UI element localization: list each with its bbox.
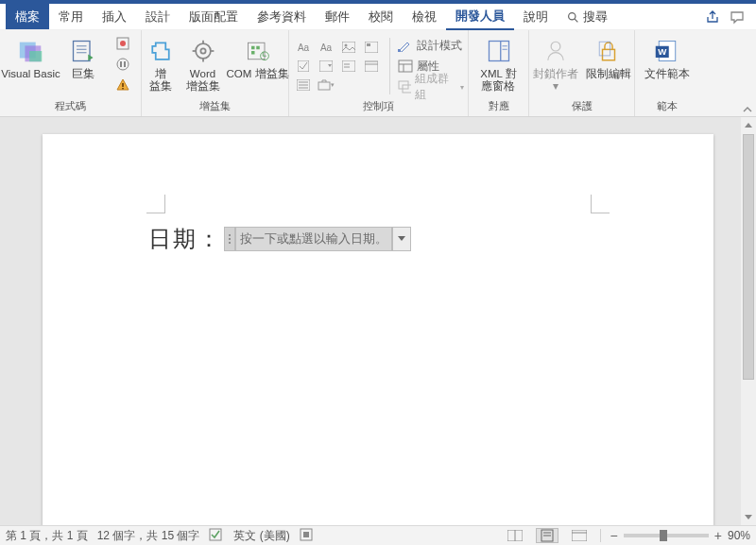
svg-point-12 bbox=[117, 59, 129, 70]
svg-rect-31 bbox=[367, 43, 370, 46]
group-label-protect: 保護 bbox=[533, 98, 630, 114]
group-controls-button[interactable]: 組成群組 ▾ bbox=[398, 77, 464, 96]
visual-basic-icon bbox=[17, 37, 45, 65]
zoom-slider-thumb[interactable] bbox=[660, 530, 667, 541]
zoom-out-button[interactable]: − bbox=[610, 528, 618, 543]
web-layout-icon bbox=[572, 530, 587, 541]
spell-check-status[interactable] bbox=[209, 528, 224, 544]
group-label-mapping: 對應 bbox=[472, 98, 524, 114]
pause-icon bbox=[115, 57, 130, 72]
page-number-status[interactable]: 第 1 頁，共 1 頁 bbox=[6, 528, 88, 544]
read-mode-view-button[interactable] bbox=[504, 528, 526, 543]
svg-rect-44 bbox=[398, 49, 401, 52]
picture-control-button[interactable] bbox=[338, 39, 359, 56]
svg-point-54 bbox=[551, 42, 560, 51]
document-template-button[interactable]: W 文件範本 bbox=[639, 34, 696, 80]
tab-view[interactable]: 檢視 bbox=[403, 4, 446, 29]
com-addins-button[interactable]: COM 增益集 bbox=[228, 34, 288, 80]
record-icon bbox=[115, 36, 130, 51]
vertical-scrollbar[interactable] bbox=[741, 117, 756, 525]
collapse-ribbon-button[interactable] bbox=[741, 103, 754, 116]
checkbox-control-button[interactable] bbox=[293, 58, 314, 75]
gallery-icon bbox=[365, 42, 378, 53]
tab-mailings[interactable]: 郵件 bbox=[316, 4, 359, 29]
rich-text-control-button[interactable]: Aa bbox=[293, 39, 314, 56]
zoom-slider[interactable] bbox=[624, 534, 709, 537]
document-canvas[interactable]: 日期： 按一下或點選以輸入日期。 bbox=[0, 117, 756, 525]
control-handle[interactable] bbox=[224, 227, 235, 251]
word-count-status[interactable]: 12 個字，共 15 個字 bbox=[97, 528, 200, 544]
svg-rect-34 bbox=[342, 60, 355, 72]
legacy-tools-button[interactable]: ▾ bbox=[316, 77, 336, 94]
block-authors-button[interactable]: 封鎖作者▾ bbox=[531, 34, 580, 93]
date-placeholder[interactable]: 按一下或點選以輸入日期。 bbox=[235, 227, 392, 251]
svg-rect-55 bbox=[602, 49, 614, 60]
record-macro-button[interactable] bbox=[110, 34, 136, 53]
macro-rec-status[interactable] bbox=[300, 528, 313, 544]
record-status-icon bbox=[300, 528, 313, 541]
plain-text-control-button[interactable]: Aa bbox=[316, 39, 336, 56]
language-status[interactable]: 英文 (美國) bbox=[233, 528, 289, 544]
addins-button[interactable]: 增 益集 bbox=[143, 34, 179, 93]
svg-rect-45 bbox=[399, 60, 412, 72]
restrict-editing-button[interactable]: 限制編輯 bbox=[584, 34, 633, 80]
svg-rect-30 bbox=[365, 42, 378, 53]
comments-button[interactable] bbox=[730, 9, 745, 25]
tab-file[interactable]: 檔案 bbox=[6, 4, 49, 29]
toolbox-icon bbox=[318, 79, 331, 91]
print-layout-view-button[interactable] bbox=[536, 528, 558, 543]
tab-developer[interactable]: 開發人員 bbox=[446, 3, 514, 30]
tab-design[interactable]: 設計 bbox=[136, 4, 180, 29]
pause-macro-button[interactable] bbox=[110, 55, 136, 74]
read-mode-icon bbox=[507, 530, 523, 541]
macro-security-button[interactable] bbox=[110, 76, 136, 94]
svg-rect-5 bbox=[73, 42, 90, 61]
zoom-level[interactable]: 90% bbox=[728, 529, 750, 542]
svg-rect-62 bbox=[303, 532, 309, 537]
date-picker-content-control[interactable]: 按一下或點選以輸入日期。 bbox=[224, 227, 411, 251]
date-picker-control-button[interactable] bbox=[361, 58, 382, 75]
zoom-in-button[interactable]: + bbox=[714, 528, 722, 543]
repeating-section-control-button[interactable] bbox=[293, 77, 314, 94]
tab-layout[interactable]: 版面配置 bbox=[180, 4, 248, 29]
scroll-thumb[interactable] bbox=[743, 134, 754, 380]
design-mode-button[interactable]: 設計模式 bbox=[398, 36, 464, 55]
svg-rect-14 bbox=[124, 61, 126, 67]
xml-mapping-pane-button[interactable]: XML 對 應窗格 bbox=[472, 34, 525, 93]
svg-text:W: W bbox=[658, 46, 667, 57]
tab-insert[interactable]: 插入 bbox=[93, 4, 136, 29]
tab-home[interactable]: 常用 bbox=[49, 4, 93, 29]
macros-button[interactable]: 巨集 bbox=[62, 34, 104, 80]
svg-rect-50 bbox=[489, 42, 508, 61]
dropdown-control-button[interactable] bbox=[338, 58, 359, 75]
svg-rect-32 bbox=[298, 60, 309, 72]
group-label-templates: 範本 bbox=[639, 98, 696, 114]
visual-basic-button[interactable]: Visual Basic bbox=[4, 34, 59, 80]
svg-point-11 bbox=[120, 41, 126, 46]
tab-review[interactable]: 校閱 bbox=[359, 4, 403, 29]
svg-rect-4 bbox=[29, 51, 42, 61]
svg-rect-33 bbox=[319, 60, 333, 72]
web-layout-view-button[interactable] bbox=[568, 528, 591, 543]
date-dropdown-button[interactable] bbox=[392, 227, 411, 251]
checkbox-icon bbox=[298, 60, 309, 72]
word-addins-button[interactable]: Word 增益集 bbox=[182, 34, 224, 93]
design-mode-icon bbox=[398, 39, 413, 52]
combobox-control-button[interactable] bbox=[316, 58, 336, 75]
warning-icon bbox=[115, 77, 130, 93]
svg-line-1 bbox=[575, 19, 577, 22]
svg-rect-23 bbox=[248, 43, 265, 60]
share-button[interactable] bbox=[705, 9, 720, 25]
svg-rect-43 bbox=[318, 82, 330, 90]
svg-marker-9 bbox=[88, 55, 93, 61]
tab-references[interactable]: 參考資料 bbox=[248, 4, 316, 29]
ribbon-tabs: 檔案 常用 插入 設計 版面配置 參考資料 郵件 校閱 檢視 開發人員 說明 搜… bbox=[0, 4, 756, 30]
tab-help[interactable]: 說明 bbox=[514, 4, 558, 29]
page[interactable]: 日期： 按一下或點選以輸入日期。 bbox=[43, 134, 713, 525]
building-block-control-button[interactable] bbox=[361, 39, 382, 56]
crop-mark bbox=[591, 195, 610, 213]
search-tab[interactable]: 搜尋 bbox=[558, 4, 617, 29]
scroll-up-button[interactable] bbox=[741, 117, 756, 132]
svg-rect-25 bbox=[256, 46, 260, 50]
scroll-down-button[interactable] bbox=[741, 510, 756, 525]
